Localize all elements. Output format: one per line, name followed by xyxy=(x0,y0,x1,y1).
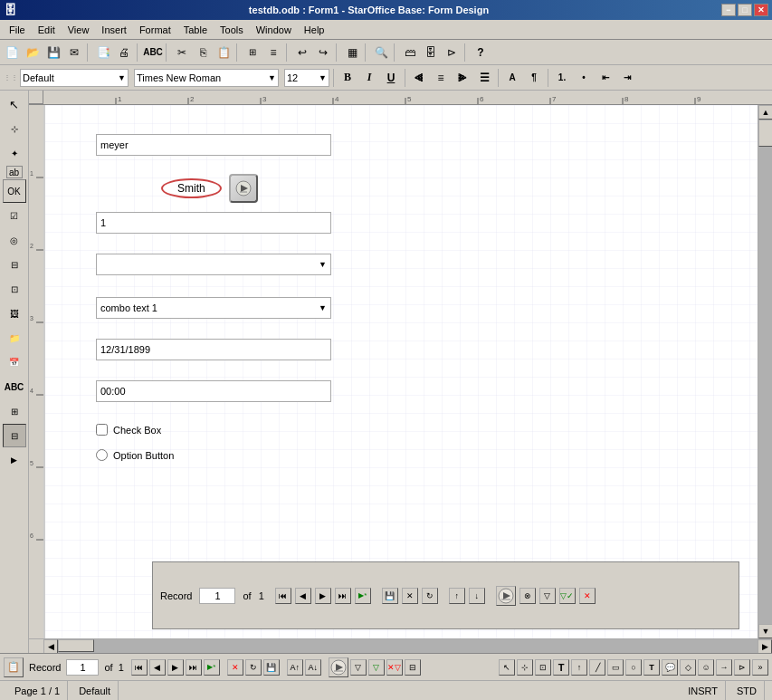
copy-button[interactable]: ⎘ xyxy=(193,43,213,62)
indent-more[interactable]: ⇥ xyxy=(617,68,637,88)
sort-asc-bottom[interactable]: A↑ xyxy=(287,659,303,676)
menu-insert[interactable]: Insert xyxy=(96,23,132,37)
refresh-bottom[interactable]: ↻ xyxy=(245,659,262,676)
print-button[interactable]: 🖨 xyxy=(114,43,134,62)
combo-arrow[interactable]: ▼ xyxy=(319,303,327,312)
para-format[interactable]: ¶ xyxy=(524,68,544,88)
menu-tools[interactable]: Tools xyxy=(214,23,249,37)
nav-button[interactable]: ⊳ xyxy=(442,43,462,62)
align-center[interactable]: ≡ xyxy=(431,68,451,88)
char-format[interactable]: A xyxy=(502,68,522,88)
record-input-bottom[interactable] xyxy=(66,659,99,676)
list-button[interactable]: ≡ xyxy=(263,43,283,62)
spell-button[interactable]: ABC xyxy=(143,43,163,62)
record-input-inner[interactable] xyxy=(199,588,235,604)
underline-button[interactable]: U xyxy=(381,68,401,88)
new-button[interactable]: 📄 xyxy=(2,43,22,62)
filter-active-inner[interactable]: ▽✓ xyxy=(559,588,576,604)
menu-table[interactable]: Table xyxy=(178,23,213,37)
menu-edit[interactable]: Edit xyxy=(33,23,61,37)
scroll-down-button[interactable]: ▼ xyxy=(758,624,772,638)
scroll-up-button[interactable]: ▲ xyxy=(758,105,772,120)
scroll-right-button[interactable]: ▶ xyxy=(758,639,772,653)
field-date[interactable]: 12/31/1899 xyxy=(96,339,331,360)
menu-window[interactable]: Window xyxy=(251,23,297,37)
pdf-button[interactable]: 📑 xyxy=(93,43,113,62)
find-button[interactable]: 🔍 xyxy=(371,43,391,62)
nav-expand[interactable]: » xyxy=(752,659,768,676)
toggle-bottom[interactable]: ⊟ xyxy=(405,659,421,676)
tool-listbox[interactable]: ⊟ xyxy=(3,253,26,276)
smith-oval[interactable]: Smith xyxy=(161,178,222,198)
email-button[interactable]: ✉ xyxy=(64,43,84,62)
undo-button[interactable]: ↩ xyxy=(292,43,312,62)
run-filter-button[interactable] xyxy=(229,174,258,203)
help-button[interactable]: ? xyxy=(471,43,491,62)
open-button[interactable]: 📂 xyxy=(23,43,43,62)
draw-line[interactable]: ╱ xyxy=(589,659,605,676)
draw-arrow[interactable]: → xyxy=(716,659,732,676)
paste-button[interactable]: 📋 xyxy=(214,43,234,62)
first-record-inner[interactable]: ⏮ xyxy=(275,588,291,604)
align-right[interactable]: ⫸ xyxy=(453,68,472,88)
draw-flowchart[interactable]: ⊳ xyxy=(734,659,750,676)
tool-combobox[interactable]: ⊡ xyxy=(3,277,26,301)
size-combo[interactable]: 12 ▼ xyxy=(284,69,329,87)
filter-bottom[interactable]: ▽ xyxy=(350,659,367,676)
scroll-thumb-h[interactable] xyxy=(58,639,94,652)
prev-record-bottom[interactable]: ◀ xyxy=(149,659,166,676)
tool-radio[interactable]: ◎ xyxy=(3,228,26,252)
next-record-bottom[interactable]: ▶ xyxy=(167,659,184,676)
db2-button[interactable]: 🗄 xyxy=(421,43,441,62)
remove-filter-bottom[interactable]: ✕▽ xyxy=(386,659,403,676)
draw-point[interactable]: ⊹ xyxy=(517,659,533,676)
draw-oval[interactable]: ○ xyxy=(625,659,642,676)
field-combo[interactable]: combo text 1 ▼ xyxy=(96,297,331,319)
minimize-button[interactable]: − xyxy=(721,4,736,16)
menu-view[interactable]: View xyxy=(62,23,95,37)
draw-select[interactable]: ↖ xyxy=(499,659,515,676)
remove-filter-inner[interactable]: ✕ xyxy=(579,588,596,604)
draw-rect[interactable]: ▭ xyxy=(607,659,624,676)
tool-filecontrol[interactable]: 📁 xyxy=(3,326,26,350)
font-arrow[interactable]: ▼ xyxy=(268,73,276,82)
bold-button[interactable]: B xyxy=(338,68,357,88)
filter-inner[interactable]: ▽ xyxy=(539,588,556,604)
list-num[interactable]: 1. xyxy=(552,68,572,88)
draw-cursor[interactable]: ↑ xyxy=(571,659,587,676)
field-button[interactable]: ⊞ xyxy=(243,43,262,62)
tool-expand[interactable]: ▶ xyxy=(3,448,26,472)
align-justify[interactable]: ☰ xyxy=(474,68,494,88)
sort-desc-bottom[interactable]: A↓ xyxy=(305,659,321,676)
redo-button[interactable]: ↪ xyxy=(313,43,333,62)
run-filter-bottom[interactable] xyxy=(329,657,348,677)
list-bullet[interactable]: • xyxy=(574,68,594,88)
scroll-track-h[interactable] xyxy=(58,639,758,653)
last-record-inner[interactable]: ⏭ xyxy=(335,588,351,604)
indent-less[interactable]: ⇤ xyxy=(596,68,615,88)
nav-icon[interactable]: 📋 xyxy=(4,657,24,677)
style-combo[interactable]: Default ▼ xyxy=(20,69,129,87)
tool-checkbox[interactable]: ☑ xyxy=(3,204,26,227)
save-record-inner[interactable]: 💾 xyxy=(382,588,398,604)
db-button[interactable]: 🗃 xyxy=(400,43,420,62)
draw-symbol[interactable]: ☺ xyxy=(698,659,714,676)
sort-asc-inner[interactable]: ↑ xyxy=(449,588,465,604)
undo-record-inner[interactable]: ✕ xyxy=(402,588,418,604)
first-record-bottom[interactable]: ⏮ xyxy=(131,659,148,676)
prev-record-inner[interactable]: ◀ xyxy=(295,588,311,604)
maximize-button[interactable]: □ xyxy=(738,4,752,16)
table-button[interactable]: ▦ xyxy=(342,43,362,62)
field-numeric[interactable]: 1 xyxy=(96,212,331,234)
sort-desc-inner[interactable]: ↓ xyxy=(469,588,485,604)
menu-format[interactable]: Format xyxy=(134,23,176,37)
scroll-left-button[interactable]: ◀ xyxy=(43,639,58,653)
checkbox-input[interactable] xyxy=(96,424,108,436)
next-record-inner[interactable]: ▶ xyxy=(315,588,331,604)
menu-file[interactable]: File xyxy=(4,23,31,37)
field-meyer[interactable]: meyer xyxy=(96,134,331,156)
cut-button[interactable]: ✂ xyxy=(172,43,192,62)
tool-button[interactable]: OK xyxy=(3,179,26,203)
menu-help[interactable]: Help xyxy=(299,23,330,37)
save-record-bottom[interactable]: 💾 xyxy=(263,659,280,676)
